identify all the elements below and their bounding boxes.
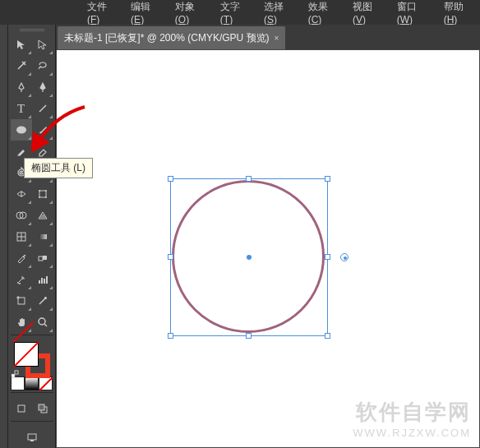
eyedropper-tool[interactable] <box>11 247 32 269</box>
svg-line-0 <box>39 105 46 112</box>
document-title: 未标题-1 [已恢复]* @ 200% (CMYK/GPU 预览) <box>64 31 270 45</box>
svg-rect-33 <box>39 404 44 410</box>
menu-type[interactable]: 文字(T) <box>215 0 256 28</box>
svg-point-27 <box>39 318 45 325</box>
tool-tooltip: 椭圆工具 (L) <box>24 158 93 178</box>
menu-effect[interactable]: 效果(C) <box>303 0 344 28</box>
column-graph-tool[interactable] <box>32 269 53 290</box>
mesh-tool[interactable] <box>11 226 32 247</box>
svg-rect-24 <box>18 298 25 304</box>
menu-edit[interactable]: 编辑(E) <box>126 0 167 28</box>
handle-bottom-right[interactable] <box>325 333 330 339</box>
line-segment-tool[interactable] <box>32 98 53 119</box>
svg-rect-35 <box>30 440 34 441</box>
svg-rect-23 <box>46 276 48 284</box>
screen-mode[interactable] <box>21 427 43 448</box>
draw-normal-mode[interactable] <box>11 398 32 419</box>
color-mode-row <box>11 376 53 390</box>
menu-view[interactable]: 视图(V) <box>348 0 389 28</box>
menu-object[interactable]: 对象(O) <box>170 0 212 28</box>
svg-rect-29 <box>12 374 15 377</box>
document-tab-bar: 未标题-1 [已恢复]* @ 200% (CMYK/GPU 预览) × <box>56 25 480 49</box>
selection-tool[interactable] <box>11 34 32 55</box>
swap-fill-stroke-icon[interactable] <box>11 367 19 375</box>
svg-rect-34 <box>28 434 36 440</box>
zoom-tool[interactable] <box>32 312 53 333</box>
shape-builder-tool[interactable] <box>11 205 32 226</box>
handle-mid-left[interactable] <box>168 254 173 260</box>
svg-point-19 <box>19 283 21 284</box>
draw-behind-mode[interactable] <box>32 398 53 419</box>
svg-point-18 <box>17 282 19 284</box>
svg-rect-31 <box>18 405 25 412</box>
perspective-grid-tool[interactable] <box>32 205 53 226</box>
lasso-tool[interactable] <box>32 55 53 76</box>
center-point-icon[interactable] <box>247 255 252 260</box>
curvature-tool[interactable] <box>32 76 53 98</box>
watermark-line1: 软件自学网 <box>353 398 471 427</box>
gradient-tool[interactable] <box>32 226 53 247</box>
color-mode-none[interactable] <box>39 376 53 390</box>
toolbox-grip[interactable] <box>12 28 52 32</box>
canvas[interactable]: 软件自学网 WWW.RJZXW.COM <box>56 49 480 448</box>
color-mode-solid[interactable] <box>11 376 25 390</box>
svg-point-9 <box>45 196 47 198</box>
handle-top-center[interactable] <box>246 176 252 182</box>
svg-rect-16 <box>39 256 43 261</box>
magic-wand-tool[interactable] <box>11 55 32 76</box>
document-tab[interactable]: 未标题-1 [已恢复]* @ 200% (CMYK/GPU 预览) × <box>58 26 285 49</box>
handle-bottom-center[interactable] <box>246 333 252 339</box>
svg-rect-22 <box>44 279 45 284</box>
direct-selection-tool[interactable] <box>32 34 53 55</box>
svg-rect-17 <box>43 256 47 260</box>
watermark: 软件自学网 WWW.RJZXW.COM <box>353 398 471 439</box>
panel-dock-left[interactable] <box>0 25 8 448</box>
color-mode-gradient[interactable] <box>25 376 39 390</box>
menu-bar: 文件(F) 编辑(E) 对象(O) 文字(T) 选择(S) 效果(C) 视图(V… <box>0 2 480 23</box>
svg-rect-20 <box>39 280 40 284</box>
svg-rect-15 <box>39 234 47 239</box>
svg-line-28 <box>44 324 47 326</box>
hand-tool[interactable] <box>11 312 32 333</box>
toolbox: T <box>8 25 56 448</box>
fill-stroke-swatches[interactable] <box>11 340 53 375</box>
svg-rect-5 <box>39 191 46 197</box>
menu-help[interactable]: 帮助(H) <box>439 0 480 28</box>
handle-bottom-left[interactable] <box>168 333 173 339</box>
paintbrush-tool[interactable] <box>32 119 53 141</box>
close-tab-icon[interactable]: × <box>275 34 279 43</box>
handle-top-left[interactable] <box>168 176 173 182</box>
svg-point-6 <box>39 190 40 192</box>
svg-rect-21 <box>41 278 43 284</box>
pen-tool[interactable] <box>11 76 32 98</box>
fill-swatch[interactable] <box>14 342 39 367</box>
watermark-line2: WWW.RJZXW.COM <box>353 427 471 439</box>
width-tool[interactable] <box>11 183 32 205</box>
svg-point-8 <box>39 196 40 198</box>
ellipse-tool[interactable] <box>11 119 32 141</box>
selection-bounding-box[interactable] <box>170 178 328 336</box>
svg-point-7 <box>45 190 47 192</box>
type-tool[interactable]: T <box>11 98 32 119</box>
symbol-sprayer-tool[interactable] <box>11 269 32 290</box>
svg-point-1 <box>16 127 26 134</box>
menu-file[interactable]: 文件(F) <box>82 0 122 28</box>
pie-widget-handle[interactable] <box>340 253 348 261</box>
free-transform-tool[interactable] <box>32 183 53 205</box>
slice-tool[interactable] <box>32 290 53 312</box>
svg-rect-30 <box>15 371 18 374</box>
menu-window[interactable]: 窗口(W) <box>392 0 436 28</box>
handle-top-right[interactable] <box>325 176 330 182</box>
blend-tool[interactable] <box>32 247 53 269</box>
handle-mid-right[interactable] <box>325 254 330 260</box>
artboard-tool[interactable] <box>11 290 32 312</box>
menu-select[interactable]: 选择(S) <box>259 0 300 28</box>
